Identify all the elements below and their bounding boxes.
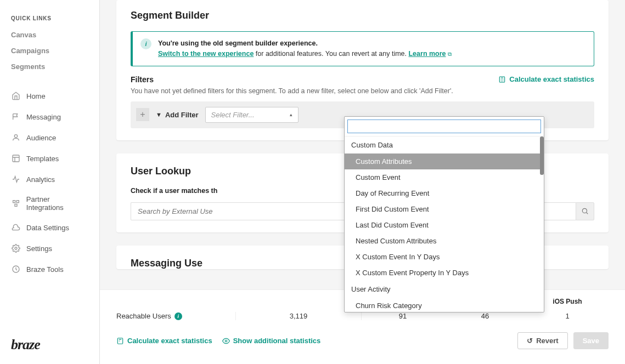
gear-icon (11, 243, 21, 253)
dropdown-item-churn-category[interactable]: Churn Risk Category (345, 298, 544, 312)
svg-rect-3 (16, 201, 19, 203)
nav-messaging[interactable]: Messaging (0, 106, 99, 127)
dropdown-group-user-activity: User Activity (345, 281, 544, 298)
cloud-icon (11, 223, 21, 232)
stats-total: 3,119 (235, 312, 362, 320)
puzzle-icon (11, 198, 21, 208)
svg-line-9 (586, 212, 588, 214)
dropdown-group-custom-data: Custom Data (345, 136, 544, 153)
funnel-icon: ▼ (156, 111, 162, 118)
dropdown-item-last-did[interactable]: Last Did Custom Event (345, 217, 544, 233)
dropdown-item-custom-event[interactable]: Custom Event (345, 169, 544, 185)
tools-icon (11, 264, 21, 274)
template-icon (11, 153, 21, 163)
nav-analytics[interactable]: Analytics (0, 169, 99, 190)
dropdown-item-custom-attributes[interactable]: Custom Attributes (345, 153, 544, 169)
filter-select-placeholder: Select Filter... (211, 111, 255, 119)
switch-experience-link[interactable]: Switch to the new experience (158, 50, 254, 58)
external-link-icon: ⧉ (448, 51, 452, 57)
dropdown-item-first-did[interactable]: First Did Custom Event (345, 201, 544, 217)
svg-rect-1 (13, 155, 19, 162)
svg-point-0 (14, 135, 17, 138)
nav-audience[interactable]: Audience (0, 127, 99, 148)
add-filter-label: ▼ Add Filter (156, 111, 199, 119)
info-icon: i (140, 38, 151, 49)
calculator-icon (116, 337, 124, 345)
quick-links-header: QUICK LINKS (0, 0, 99, 27)
nav-list: Home Messaging Audience Templates Analyt… (0, 86, 99, 280)
alert-body: You're using the old segment builder exp… (158, 38, 452, 59)
nav-braze-tools[interactable]: Braze Tools (0, 259, 99, 280)
nav-label: Messaging (26, 113, 61, 121)
dropdown-item-x-event-prop-y-days[interactable]: X Custom Event Property In Y Days (345, 265, 544, 281)
filter-dropdown: Custom Data Custom Attributes Custom Eve… (344, 116, 544, 312)
sidebar: QUICK LINKS Canvas Campaigns Segments Ho… (0, 0, 100, 364)
dropdown-item-x-event-y-days[interactable]: X Custom Event In Y Days (345, 249, 544, 265)
user-circle-icon (11, 133, 21, 143)
revert-button[interactable]: ↺ Revert (517, 332, 567, 349)
calc-label: Calculate exact statistics (509, 75, 594, 83)
svg-point-5 (15, 247, 17, 249)
chevron-up-icon: ▴ (290, 112, 292, 117)
quick-link-campaigns[interactable]: Campaigns (0, 43, 99, 59)
main-content: Segment Builder i You're using the old s… (100, 0, 625, 364)
nav-label: Settings (26, 244, 52, 253)
svg-rect-7 (500, 76, 505, 82)
filter-select-dropdown[interactable]: Select Filter... ▴ (205, 107, 299, 123)
svg-rect-10 (117, 338, 122, 344)
nav-label: Data Settings (26, 224, 69, 232)
filter-help-text: You have not yet defined filters for thi… (131, 87, 594, 95)
nav-label: Analytics (26, 175, 55, 184)
dropdown-item-nested-attributes[interactable]: Nested Custom Attributes (345, 233, 544, 249)
stats-iospush-value: 1 (526, 312, 609, 320)
nav-label: Braze Tools (26, 265, 64, 274)
nav-home[interactable]: Home (0, 86, 99, 106)
logo: braze (11, 337, 40, 353)
filters-title: Filters (131, 75, 154, 84)
nav-label: Home (26, 92, 46, 100)
nav-data-settings[interactable]: Data Settings (0, 217, 99, 238)
dropdown-item-day-recurring[interactable]: Day of Recurring Event (345, 185, 544, 201)
svg-rect-4 (15, 204, 17, 206)
svg-point-11 (225, 340, 227, 342)
stats-email-value: 91 (362, 312, 444, 320)
nav-label: Partner Integrations (26, 195, 88, 212)
calculator-icon (498, 76, 506, 83)
flag-icon (11, 112, 21, 122)
footer-show-additional-link[interactable]: Show additional statistics (222, 337, 321, 345)
old-experience-alert: i You're using the old segment builder e… (131, 31, 594, 66)
user-lookup-search-button[interactable] (576, 202, 594, 220)
home-icon (11, 91, 21, 101)
nav-templates[interactable]: Templates (0, 148, 99, 169)
svg-rect-2 (13, 201, 15, 203)
eye-icon (222, 337, 230, 345)
calculate-statistics-link[interactable]: Calculate exact statistics (498, 75, 594, 83)
quick-link-canvas[interactable]: Canvas (0, 27, 99, 43)
save-button[interactable]: Save (573, 332, 609, 349)
add-filter-plus-button[interactable]: + (136, 108, 149, 121)
learn-more-link[interactable]: Learn more (408, 50, 446, 58)
nav-label: Templates (26, 155, 59, 163)
nav-partner-integrations[interactable]: Partner Integrations (0, 190, 99, 217)
filter-dropdown-search[interactable] (347, 120, 541, 133)
search-icon (581, 207, 589, 215)
alert-middle: for additional features. You can revert … (254, 50, 408, 58)
info-icon[interactable]: i (174, 312, 182, 320)
stats-webpush-value: 46 (444, 312, 526, 320)
reachable-users-label: Reachable Users (116, 312, 171, 320)
quick-link-segments[interactable]: Segments (0, 59, 99, 75)
nav-settings[interactable]: Settings (0, 238, 99, 259)
nav-label: Audience (26, 134, 56, 142)
svg-point-8 (582, 208, 587, 213)
segment-builder-title: Segment Builder (131, 10, 594, 21)
chart-icon (11, 174, 21, 184)
footer-calculate-link[interactable]: Calculate exact statistics (116, 337, 212, 345)
alert-bold: You're using the old segment builder exp… (158, 38, 452, 49)
undo-icon: ↺ (527, 337, 533, 345)
